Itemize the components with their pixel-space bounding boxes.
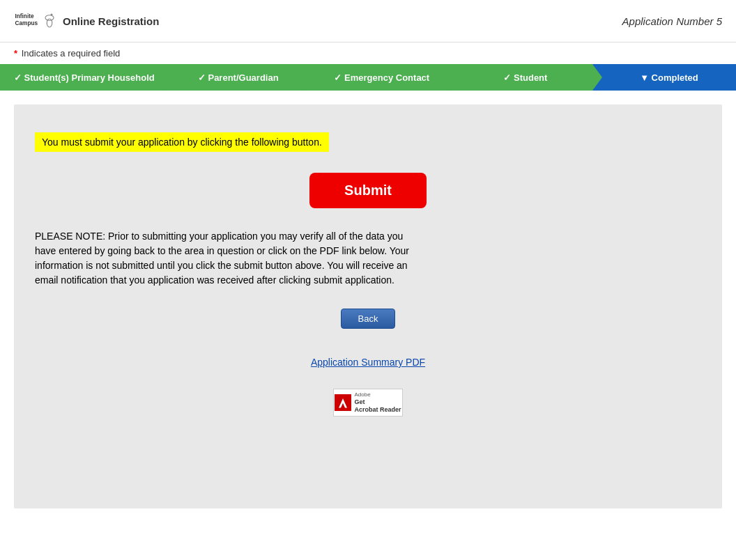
required-notice: * Indicates a required field <box>0 42 736 64</box>
progress-step-1[interactable]: ✓ Parent/Guardian <box>162 64 305 91</box>
progress-step-3[interactable]: ✓ Student <box>449 64 592 91</box>
progress-step-0[interactable]: ✓ Student(s) Primary Household <box>0 64 162 91</box>
back-button[interactable]: Back <box>341 309 396 329</box>
svg-point-2 <box>45 15 54 21</box>
submit-notice: You must submit your application by clic… <box>35 132 329 152</box>
main-content: You must submit your application by clic… <box>14 104 722 508</box>
svg-text:Campus: Campus <box>15 20 38 26</box>
progress-step-2[interactable]: ✓ Emergency Contact <box>305 64 449 91</box>
app-title: Online Registration <box>63 15 159 27</box>
submit-button-wrapper: Submit <box>35 173 701 208</box>
svg-point-4 <box>51 14 53 16</box>
progress-step-4[interactable]: ▼ Completed <box>592 64 736 91</box>
pdf-link[interactable]: Application Summary PDF <box>35 357 701 368</box>
progress-bar: ✓ Student(s) Primary Household✓ Parent/G… <box>0 64 736 91</box>
required-star: * <box>14 48 17 59</box>
header: Infinite Campus Online Registration Appl… <box>0 0 736 42</box>
logo-area: Infinite Campus Online Registration <box>14 7 159 35</box>
adobe-get: Get <box>354 398 401 406</box>
adobe-badge: Adobe Get Acrobat Reader <box>333 389 403 417</box>
adobe-brand: Adobe <box>354 391 401 398</box>
required-notice-text: Indicates a required field <box>22 48 121 59</box>
adobe-product: Acrobat Reader <box>354 406 401 414</box>
svg-text:Infinite: Infinite <box>15 13 34 20</box>
note-text: PLEASE NOTE: Prior to submitting your ap… <box>35 229 425 288</box>
adobe-text: Adobe Get Acrobat Reader <box>354 391 401 413</box>
infinite-campus-logo: Infinite Campus <box>14 7 56 35</box>
adobe-logo-icon <box>335 394 351 411</box>
submit-button[interactable]: Submit <box>309 173 427 208</box>
app-number: Application Number 5 <box>622 15 722 27</box>
